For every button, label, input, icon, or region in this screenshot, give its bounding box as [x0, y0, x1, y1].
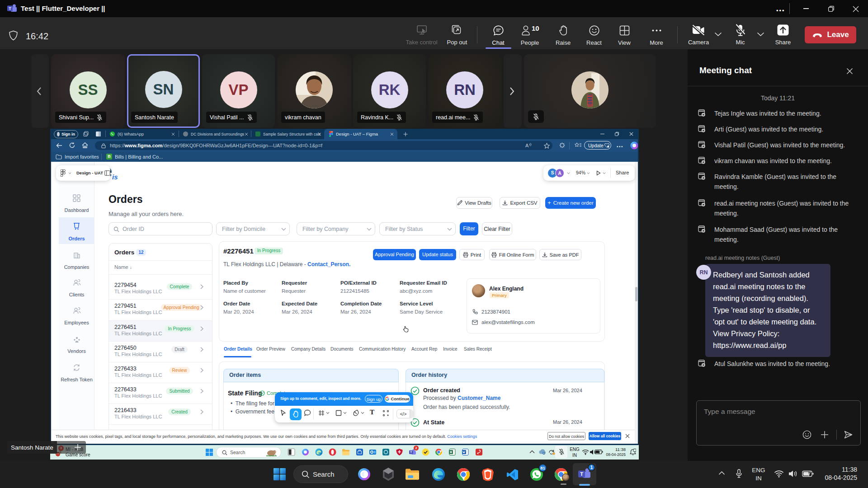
svg-text:T: T — [580, 471, 583, 477]
svg-text:T: T — [9, 6, 11, 11]
svg-text:T: T — [410, 450, 412, 454]
svg-text:10: 10 — [532, 25, 539, 32]
svg-text:A: A — [525, 143, 529, 148]
